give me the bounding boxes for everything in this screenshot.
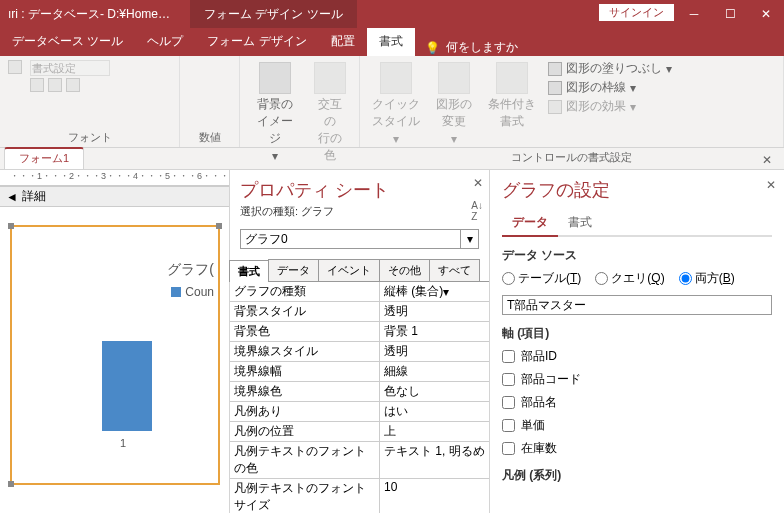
shape-fill-button[interactable]: 図形の塗りつぶし ▾ [548, 60, 672, 77]
property-value[interactable]: 色なし [380, 382, 489, 401]
property-value[interactable]: はい [380, 402, 489, 421]
chart-settings-close[interactable]: ✕ [766, 178, 776, 192]
property-row[interactable]: 凡例の位置上 [230, 422, 489, 442]
radio-query[interactable]: クエリ(Q) [595, 270, 664, 287]
prop-tab-other[interactable]: その他 [379, 259, 430, 281]
form-design-surface[interactable]: グラフ( Coun 1 [0, 207, 229, 507]
close-button[interactable]: ✕ [748, 0, 784, 28]
resize-handle[interactable] [8, 223, 14, 229]
signin-button[interactable]: サインイン [599, 4, 674, 21]
minimize-button[interactable]: ─ [676, 0, 712, 28]
data-source-input[interactable] [502, 295, 772, 315]
axis-field-checkbox[interactable]: 在庫数 [502, 440, 772, 457]
cs-tab-data[interactable]: データ [502, 210, 558, 237]
fill-icon [548, 62, 562, 76]
property-value[interactable]: 上 [380, 422, 489, 441]
chart-bar [102, 341, 152, 431]
maximize-button[interactable]: ☐ [712, 0, 748, 28]
property-value[interactable]: 透明 [380, 342, 489, 361]
detail-section-header[interactable]: ◄詳細 [0, 186, 229, 207]
background-image-button[interactable]: 背景の イメージ▾ [248, 60, 301, 165]
data-source-label: データ ソース [502, 247, 772, 264]
property-value[interactable]: 細線 [380, 362, 489, 381]
prop-tab-all[interactable]: すべて [429, 259, 480, 281]
style-combo [30, 60, 110, 76]
chevron-down-icon[interactable]: ▾ [443, 285, 449, 299]
prop-tab-format[interactable]: 書式 [229, 260, 269, 282]
property-value[interactable]: 背景 1 [380, 322, 489, 341]
tab-format[interactable]: 書式 [367, 27, 415, 56]
object-name-dropdown[interactable]: ▾ [461, 229, 479, 249]
tell-me-search[interactable]: 💡 何をしますか [415, 39, 528, 56]
property-row[interactable]: 背景スタイル透明 [230, 302, 489, 322]
conditional-format-button: 条件付き 書式 [484, 60, 540, 132]
axis-field-checkbox[interactable]: 部品コード [502, 371, 772, 388]
tab-form-design[interactable]: フォーム デザイン [195, 27, 318, 56]
property-value[interactable]: 縦棒 (集合) ▾ [380, 282, 489, 301]
chart-control-selection[interactable]: グラフ( Coun 1 [10, 225, 220, 485]
property-name: 境界線スタイル [230, 342, 380, 361]
property-name: 境界線色 [230, 382, 380, 401]
resize-handle[interactable] [216, 223, 222, 229]
property-row[interactable]: グラフの種類縦棒 (集合) ▾ [230, 282, 489, 302]
bold-icon [30, 78, 44, 92]
property-name: 凡例テキストのフォント サイズ [230, 479, 380, 513]
horizontal-ruler: ・・・1・・・2・・・3・・・4・・・5・・・6・・・7・・・8・・・9・・・1… [0, 170, 229, 186]
shape-outline-button[interactable]: 図形の枠線 ▾ [548, 79, 672, 96]
property-name: 境界線幅 [230, 362, 380, 381]
underline-icon [66, 78, 80, 92]
quick-style-button: クイック スタイル▾ [368, 60, 424, 148]
tab-help[interactable]: ヘルプ [135, 27, 195, 56]
chevron-down-icon: ▾ [272, 149, 278, 163]
effects-icon [548, 100, 562, 114]
change-shape-button: 図形の 変更▾ [432, 60, 476, 148]
outline-icon [548, 81, 562, 95]
object-name-combo[interactable] [240, 229, 461, 249]
axis-field-checkbox[interactable]: 単価 [502, 417, 772, 434]
tab-database-tools[interactable]: データベース ツール [0, 27, 135, 56]
property-sheet-close[interactable]: ✕ [473, 176, 483, 190]
axis-section-label: 軸 (項目) [502, 325, 772, 342]
property-sheet-selection-type: 選択の種類: グラフ [230, 204, 489, 223]
property-grid[interactable]: グラフの種類縦棒 (集合) ▾背景スタイル透明背景色背景 1境界線スタイル透明境… [230, 282, 489, 513]
property-name: 凡例の位置 [230, 422, 380, 441]
property-value[interactable]: 透明 [380, 302, 489, 321]
chart-settings-title: グラフの設定 [502, 178, 772, 202]
resize-handle[interactable] [8, 481, 14, 487]
prop-tab-event[interactable]: イベント [318, 259, 380, 281]
font-color-icon [8, 60, 22, 74]
radio-both[interactable]: 両方(B) [679, 270, 735, 287]
shape-effects-button: 図形の効果 ▾ [548, 98, 672, 115]
cs-tab-format[interactable]: 書式 [558, 210, 602, 235]
chart-title-preview: グラフ( [32, 257, 222, 283]
property-row[interactable]: 境界線色色なし [230, 382, 489, 402]
group-number-label: 数値 [188, 128, 231, 145]
group-font-label: フォント [8, 128, 171, 145]
property-row[interactable]: 凡例テキストのフォント サイズ10 [230, 479, 489, 513]
radio-table[interactable]: テーブル(T) [502, 270, 581, 287]
rows-icon [314, 62, 346, 94]
axis-field-checkbox[interactable]: 部品ID [502, 348, 772, 365]
property-name: 凡例あり [230, 402, 380, 421]
property-row[interactable]: 境界線スタイル透明 [230, 342, 489, 362]
property-name: グラフの種類 [230, 282, 380, 301]
form-tab[interactable]: フォーム1 [4, 147, 84, 169]
property-value[interactable]: テキスト 1, 明るめ [380, 442, 489, 478]
app-title: ıri : データベース- D:¥HomePa… [0, 6, 180, 23]
property-row[interactable]: 境界線幅細線 [230, 362, 489, 382]
legend-section-label: 凡例 (系列) [502, 467, 772, 484]
group-control-format-label: コントロールの書式設定 [368, 148, 775, 165]
property-row[interactable]: 凡例テキストのフォントの色テキスト 1, 明るめ [230, 442, 489, 479]
chart-legend-item: Coun [32, 283, 222, 301]
property-row[interactable]: 背景色背景 1 [230, 322, 489, 342]
prop-tab-data[interactable]: データ [268, 259, 319, 281]
tab-arrange[interactable]: 配置 [319, 27, 367, 56]
contextual-tool-tab: フォーム デザイン ツール [190, 0, 357, 28]
property-name: 凡例テキストのフォントの色 [230, 442, 380, 478]
image-icon [259, 62, 291, 94]
property-row[interactable]: 凡例ありはい [230, 402, 489, 422]
lightbulb-icon: 💡 [425, 41, 440, 55]
property-value[interactable]: 10 [380, 479, 489, 513]
sort-icon[interactable]: A↓Z [471, 200, 483, 222]
axis-field-checkbox[interactable]: 部品名 [502, 394, 772, 411]
